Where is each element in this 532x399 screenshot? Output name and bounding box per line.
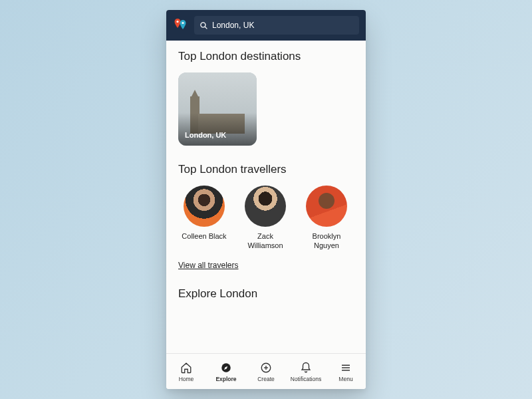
main-content: Top London destinations London, UK Top L… — [166, 41, 366, 353]
nav-home[interactable]: Home — [168, 361, 205, 382]
search-bar[interactable] — [194, 16, 359, 35]
destination-card-london[interactable]: London, UK — [178, 72, 257, 146]
nav-menu[interactable]: Menu — [327, 361, 364, 382]
nav-notifications[interactable]: Notifications — [287, 361, 325, 382]
nav-label: Menu — [338, 376, 352, 382]
traveller-item[interactable]: Zack Williamson — [239, 186, 291, 251]
svg-point-1 — [182, 22, 184, 24]
nav-label: Home — [179, 376, 194, 382]
bell-icon — [299, 361, 313, 374]
app-header — [166, 10, 366, 41]
destinations-heading: Top London destinations — [178, 50, 354, 63]
destination-label: London, UK — [185, 131, 226, 139]
traveller-name: Brooklyn Nguyen — [301, 232, 352, 251]
traveller-item[interactable]: Brooklyn Nguyen — [301, 186, 352, 251]
search-icon — [200, 21, 208, 30]
avatar — [245, 186, 286, 227]
nav-label: Notifications — [291, 376, 321, 382]
view-all-travelers-link[interactable]: View all travelers — [178, 261, 238, 270]
home-icon — [180, 361, 193, 374]
app-logo[interactable] — [173, 17, 189, 33]
travellers-list: Colleen Black Zack Williamson Brooklyn N… — [178, 186, 354, 251]
bottom-nav: Home Explore Create Notifications Menu — [166, 353, 366, 389]
nav-label: Explore — [215, 376, 236, 382]
menu-icon — [339, 361, 352, 374]
svg-line-3 — [205, 27, 207, 29]
traveller-item[interactable]: Colleen Black — [178, 186, 230, 251]
svg-point-0 — [176, 21, 178, 23]
nav-label: Create — [257, 376, 275, 382]
nav-create[interactable]: Create — [247, 361, 285, 382]
traveller-name: Zack Williamson — [239, 232, 291, 251]
plus-circle-icon — [259, 361, 273, 374]
avatar — [306, 186, 347, 227]
app-screen: Top London destinations London, UK Top L… — [166, 10, 366, 389]
travellers-heading: Top London travellers — [178, 163, 354, 176]
traveller-name: Colleen Black — [182, 232, 226, 241]
explore-heading: Explore London — [178, 287, 354, 301]
search-input[interactable] — [212, 21, 354, 30]
nav-explore[interactable]: Explore — [207, 361, 245, 382]
avatar — [184, 186, 225, 227]
compass-icon — [219, 361, 233, 374]
svg-point-2 — [201, 22, 205, 27]
